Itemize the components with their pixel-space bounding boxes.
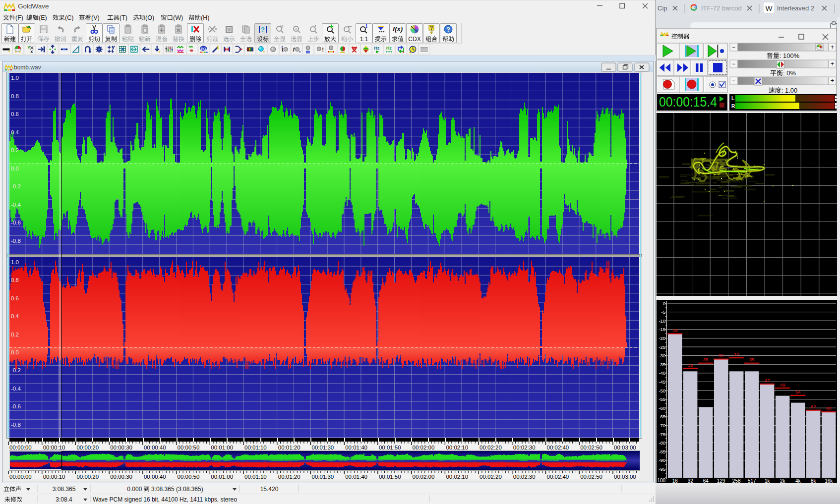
svg-text:00:02:40: 00:02:40: [547, 445, 569, 450]
svg-text:-70: -70: [659, 423, 665, 428]
svg-text:a: a: [295, 26, 297, 31]
svg-text:64: 64: [703, 478, 709, 484]
svg-text:62: 62: [811, 404, 816, 409]
svg-text:15.420: 15.420: [260, 486, 279, 493]
svg-text:Hz: Hz: [374, 46, 379, 51]
svg-text:f(x): f(x): [393, 25, 403, 33]
svg-text:00:01:20: 00:01:20: [278, 445, 300, 450]
svg-text:(T): (T): [120, 14, 127, 21]
svg-text:-90: -90: [659, 457, 665, 463]
svg-text:?: ?: [430, 25, 433, 31]
svg-text:0.6: 0.6: [11, 295, 19, 301]
svg-text:00:02:30: 00:02:30: [513, 474, 536, 480]
svg-text:32: 32: [688, 478, 694, 484]
svg-text:00:01:00: 00:01:00: [211, 474, 233, 480]
svg-text:00:02:10: 00:02:10: [446, 474, 468, 480]
svg-text:W: W: [765, 4, 773, 12]
svg-text:0.0: 0.0: [11, 166, 19, 171]
svg-text:0.6: 0.6: [11, 111, 19, 117]
svg-text:00:01:10: 00:01:10: [244, 474, 267, 480]
svg-text:(F): (F): [15, 14, 23, 21]
svg-text:R: R: [731, 104, 735, 109]
svg-text:-80: -80: [659, 440, 665, 446]
svg-text:-60: -60: [659, 405, 665, 411]
svg-text:: 100%: : 100%: [780, 52, 800, 59]
svg-text:517: 517: [748, 478, 756, 484]
svg-text:: 1.00: : 1.00: [781, 87, 798, 94]
svg-text:38: 38: [688, 362, 693, 368]
svg-text:(E): (E): [39, 14, 47, 21]
svg-text:16: 16: [672, 478, 678, 484]
svg-text:-5: -5: [661, 309, 665, 315]
svg-text:00:01:00: 00:01:00: [211, 445, 233, 450]
svg-text:(O): (O): [145, 14, 154, 21]
svg-text:00:00:30: 00:00:30: [110, 474, 132, 480]
svg-text:+: +: [831, 43, 835, 51]
svg-text:: 0%: : 0%: [783, 69, 796, 77]
svg-text:−: −: [732, 77, 735, 84]
svg-text:0.0: 0.0: [11, 349, 19, 355]
svg-text:CDX: CDX: [408, 36, 420, 43]
svg-text:-45: -45: [659, 379, 665, 385]
svg-text:Cip: Cip: [658, 4, 667, 12]
svg-text:3:08.365: 3:08.365: [53, 486, 76, 493]
svg-text:00:01:40: 00:01:40: [345, 474, 367, 480]
svg-text:1.0: 1.0: [11, 75, 19, 81]
svg-text:−: −: [732, 60, 735, 67]
svg-text:-65: -65: [659, 414, 665, 419]
svg-text:-75: -75: [659, 432, 665, 437]
svg-text:bomb.wav: bomb.wav: [14, 64, 41, 71]
svg-text:18: 18: [672, 328, 678, 333]
svg-text:35: 35: [703, 357, 709, 362]
svg-text:L: L: [731, 96, 734, 101]
svg-text:-0.2: -0.2: [11, 183, 21, 189]
svg-text:-20: -20: [659, 336, 665, 341]
svg-text:00:01:20: 00:01:20: [278, 474, 300, 480]
svg-text:00:00:30: 00:00:30: [110, 445, 132, 450]
svg-text:00:00:10: 00:00:10: [43, 474, 65, 480]
svg-text:-25: -25: [659, 344, 665, 350]
svg-text:3:08.365 (3:08.365): 3:08.365 (3:08.365): [150, 486, 203, 493]
svg-text:-0.4: -0.4: [11, 202, 21, 208]
svg-text:1:1: 1:1: [360, 36, 368, 43]
svg-text:1: 1: [365, 24, 368, 29]
svg-text:00:01:10: 00:01:10: [244, 445, 267, 450]
svg-text:32: 32: [734, 352, 739, 357]
svg-text:(V): (V): [91, 14, 100, 21]
svg-text:0: 0: [663, 301, 665, 306]
svg-text:Hz: Hz: [386, 46, 392, 51]
svg-text:x: x: [30, 49, 33, 54]
svg-text:1k: 1k: [765, 478, 771, 484]
svg-text:?: ?: [261, 26, 265, 33]
svg-text:00:00:10: 00:00:10: [43, 445, 65, 450]
svg-text:00:00:20: 00:00:20: [76, 474, 99, 480]
svg-text:00:02:00: 00:02:00: [413, 474, 435, 480]
svg-text:32: 32: [719, 353, 724, 358]
svg-text:49: 49: [780, 382, 785, 388]
svg-text:00:02:00: 00:02:00: [413, 445, 435, 450]
svg-text:2k: 2k: [780, 478, 786, 484]
svg-text:129: 129: [717, 478, 725, 484]
svg-text:?: ?: [446, 26, 450, 33]
svg-text:00:02:50: 00:02:50: [580, 445, 602, 450]
svg-text:00:02:30: 00:02:30: [513, 445, 536, 450]
svg-text:00:00:40: 00:00:40: [144, 474, 166, 480]
svg-text:00:00:40: 00:00:40: [144, 445, 166, 450]
svg-text:-35: -35: [659, 362, 665, 367]
svg-text:-95: -95: [659, 466, 665, 472]
svg-text:-100: -100: [656, 478, 665, 483]
svg-text:00:00:00: 00:00:00: [9, 474, 32, 480]
svg-text:0.8: 0.8: [11, 93, 19, 99]
svg-text:Wave PCM signed 16 bit, 44100: Wave PCM signed 16 bit, 44100 Hz, 1411 k…: [93, 496, 237, 503]
svg-text:ITF-72 barcod: ITF-72 barcod: [701, 4, 742, 12]
svg-text:0.4: 0.4: [11, 129, 19, 135]
svg-text:00:03:00: 00:03:00: [614, 474, 636, 480]
svg-text:258: 258: [732, 478, 741, 484]
svg-text:35: 35: [749, 357, 755, 362]
svg-text:8k: 8k: [811, 478, 817, 484]
svg-text:00:01:30: 00:01:30: [312, 474, 334, 480]
svg-text:00:02:20: 00:02:20: [480, 445, 502, 450]
svg-text:0.000: 0.000: [127, 486, 143, 493]
svg-text:GoldWave: GoldWave: [18, 2, 49, 10]
svg-text:3:08.4: 3:08.4: [56, 496, 72, 503]
